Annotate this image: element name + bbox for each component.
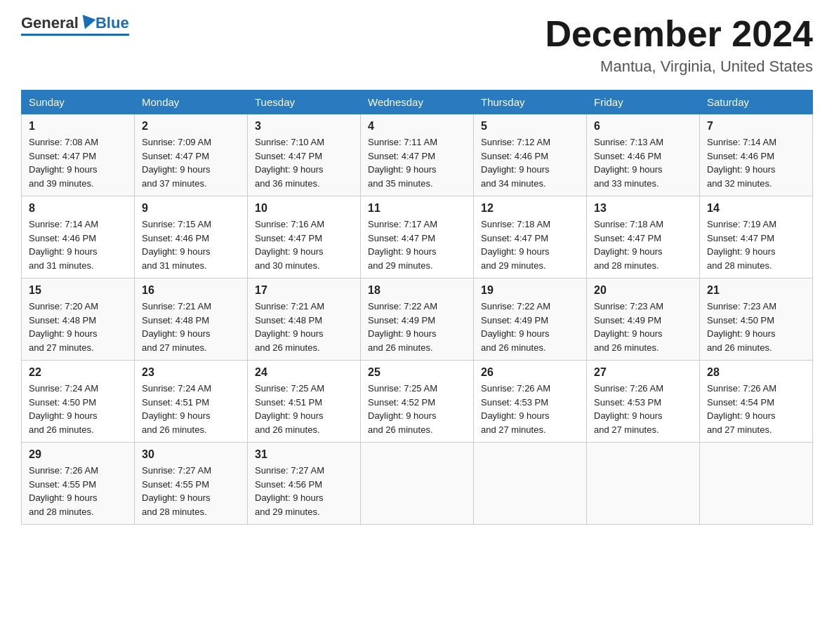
weekday-header-monday: Monday xyxy=(135,90,248,114)
weekday-header-row: SundayMondayTuesdayWednesdayThursdayFrid… xyxy=(22,90,813,114)
day-info: Sunrise: 7:26 AM Sunset: 4:53 PM Dayligh… xyxy=(481,382,579,436)
day-info: Sunrise: 7:23 AM Sunset: 4:50 PM Dayligh… xyxy=(707,300,805,354)
day-number: 12 xyxy=(481,202,579,215)
day-cell: 29 Sunrise: 7:26 AM Sunset: 4:55 PM Dayl… xyxy=(22,443,135,525)
day-cell: 14 Sunrise: 7:19 AM Sunset: 4:47 PM Dayl… xyxy=(700,196,813,279)
day-cell: 25 Sunrise: 7:25 AM Sunset: 4:52 PM Dayl… xyxy=(361,361,474,443)
day-cell: 28 Sunrise: 7:26 AM Sunset: 4:54 PM Dayl… xyxy=(700,361,813,443)
day-number: 26 xyxy=(481,366,579,379)
day-cell: 15 Sunrise: 7:20 AM Sunset: 4:48 PM Dayl… xyxy=(22,279,135,361)
day-cell: 22 Sunrise: 7:24 AM Sunset: 4:50 PM Dayl… xyxy=(22,361,135,443)
logo-general-text: General xyxy=(21,14,79,32)
day-cell: 2 Sunrise: 7:09 AM Sunset: 4:47 PM Dayli… xyxy=(135,114,248,196)
day-cell: 8 Sunrise: 7:14 AM Sunset: 4:46 PM Dayli… xyxy=(22,196,135,279)
day-number: 31 xyxy=(255,448,353,461)
day-info: Sunrise: 7:22 AM Sunset: 4:49 PM Dayligh… xyxy=(481,300,579,354)
day-info: Sunrise: 7:24 AM Sunset: 4:51 PM Dayligh… xyxy=(142,382,240,436)
weekday-header-friday: Friday xyxy=(587,90,700,114)
day-cell: 20 Sunrise: 7:23 AM Sunset: 4:49 PM Dayl… xyxy=(587,279,700,361)
day-info: Sunrise: 7:15 AM Sunset: 4:46 PM Dayligh… xyxy=(142,217,240,272)
day-info: Sunrise: 7:25 AM Sunset: 4:52 PM Dayligh… xyxy=(368,382,466,436)
day-info: Sunrise: 7:22 AM Sunset: 4:49 PM Dayligh… xyxy=(368,300,466,354)
day-cell: 21 Sunrise: 7:23 AM Sunset: 4:50 PM Dayl… xyxy=(700,279,813,361)
weekday-header-tuesday: Tuesday xyxy=(248,90,361,114)
month-title: December 2024 xyxy=(545,14,813,54)
day-info: Sunrise: 7:18 AM Sunset: 4:47 PM Dayligh… xyxy=(594,217,692,272)
logo-underline xyxy=(21,34,129,36)
day-info: Sunrise: 7:17 AM Sunset: 4:47 PM Dayligh… xyxy=(368,217,466,272)
weekday-header-wednesday: Wednesday xyxy=(361,90,474,114)
day-cell: 17 Sunrise: 7:21 AM Sunset: 4:48 PM Dayl… xyxy=(248,279,361,361)
day-number: 8 xyxy=(29,202,127,215)
day-info: Sunrise: 7:19 AM Sunset: 4:47 PM Dayligh… xyxy=(707,217,805,272)
day-number: 14 xyxy=(707,202,805,215)
day-number: 20 xyxy=(594,284,692,297)
logo-triangle-icon xyxy=(78,15,95,32)
day-number: 30 xyxy=(142,448,240,461)
day-number: 2 xyxy=(142,120,240,133)
day-cell: 13 Sunrise: 7:18 AM Sunset: 4:47 PM Dayl… xyxy=(587,196,700,279)
day-info: Sunrise: 7:26 AM Sunset: 4:53 PM Dayligh… xyxy=(594,382,692,436)
day-number: 7 xyxy=(707,120,805,133)
day-cell xyxy=(361,443,474,525)
day-number: 28 xyxy=(707,366,805,379)
day-cell xyxy=(587,443,700,525)
day-number: 19 xyxy=(481,284,579,297)
day-cell: 9 Sunrise: 7:15 AM Sunset: 4:46 PM Dayli… xyxy=(135,196,248,279)
week-row-2: 8 Sunrise: 7:14 AM Sunset: 4:46 PM Dayli… xyxy=(22,196,813,279)
day-cell: 10 Sunrise: 7:16 AM Sunset: 4:47 PM Dayl… xyxy=(248,196,361,279)
day-info: Sunrise: 7:27 AM Sunset: 4:55 PM Dayligh… xyxy=(142,464,240,518)
day-number: 5 xyxy=(481,120,579,133)
day-info: Sunrise: 7:26 AM Sunset: 4:55 PM Dayligh… xyxy=(29,464,127,518)
week-row-5: 29 Sunrise: 7:26 AM Sunset: 4:55 PM Dayl… xyxy=(22,443,813,525)
day-cell xyxy=(474,443,587,525)
day-number: 4 xyxy=(368,120,466,133)
day-number: 23 xyxy=(142,366,240,379)
week-row-1: 1 Sunrise: 7:08 AM Sunset: 4:47 PM Dayli… xyxy=(22,114,813,196)
day-number: 1 xyxy=(29,120,127,133)
calendar-table: SundayMondayTuesdayWednesdayThursdayFrid… xyxy=(21,90,813,525)
day-info: Sunrise: 7:18 AM Sunset: 4:47 PM Dayligh… xyxy=(481,217,579,272)
day-cell: 31 Sunrise: 7:27 AM Sunset: 4:56 PM Dayl… xyxy=(248,443,361,525)
day-info: Sunrise: 7:27 AM Sunset: 4:56 PM Dayligh… xyxy=(255,464,353,518)
day-cell: 5 Sunrise: 7:12 AM Sunset: 4:46 PM Dayli… xyxy=(474,114,587,196)
weekday-header-sunday: Sunday xyxy=(22,90,135,114)
day-info: Sunrise: 7:16 AM Sunset: 4:47 PM Dayligh… xyxy=(255,217,353,272)
day-info: Sunrise: 7:23 AM Sunset: 4:49 PM Dayligh… xyxy=(594,300,692,354)
day-info: Sunrise: 7:21 AM Sunset: 4:48 PM Dayligh… xyxy=(255,300,353,354)
day-cell: 27 Sunrise: 7:26 AM Sunset: 4:53 PM Dayl… xyxy=(587,361,700,443)
logo: General Blue xyxy=(21,14,129,36)
day-cell: 18 Sunrise: 7:22 AM Sunset: 4:49 PM Dayl… xyxy=(361,279,474,361)
weekday-header-saturday: Saturday xyxy=(700,90,813,114)
day-number: 10 xyxy=(255,202,353,215)
day-info: Sunrise: 7:11 AM Sunset: 4:47 PM Dayligh… xyxy=(368,135,466,190)
day-info: Sunrise: 7:13 AM Sunset: 4:46 PM Dayligh… xyxy=(594,135,692,190)
day-number: 17 xyxy=(255,284,353,297)
day-info: Sunrise: 7:08 AM Sunset: 4:47 PM Dayligh… xyxy=(29,135,127,190)
day-cell xyxy=(700,443,813,525)
day-number: 24 xyxy=(255,366,353,379)
title-area: December 2024 Mantua, Virginia, United S… xyxy=(545,14,813,76)
day-info: Sunrise: 7:14 AM Sunset: 4:46 PM Dayligh… xyxy=(707,135,805,190)
day-number: 18 xyxy=(368,284,466,297)
day-number: 3 xyxy=(255,120,353,133)
day-cell: 11 Sunrise: 7:17 AM Sunset: 4:47 PM Dayl… xyxy=(361,196,474,279)
day-info: Sunrise: 7:25 AM Sunset: 4:51 PM Dayligh… xyxy=(255,382,353,436)
day-cell: 19 Sunrise: 7:22 AM Sunset: 4:49 PM Dayl… xyxy=(474,279,587,361)
day-cell: 4 Sunrise: 7:11 AM Sunset: 4:47 PM Dayli… xyxy=(361,114,474,196)
day-cell: 30 Sunrise: 7:27 AM Sunset: 4:55 PM Dayl… xyxy=(135,443,248,525)
day-number: 29 xyxy=(29,448,127,461)
day-cell: 6 Sunrise: 7:13 AM Sunset: 4:46 PM Dayli… xyxy=(587,114,700,196)
day-number: 15 xyxy=(29,284,127,297)
day-number: 6 xyxy=(594,120,692,133)
day-cell: 16 Sunrise: 7:21 AM Sunset: 4:48 PM Dayl… xyxy=(135,279,248,361)
day-number: 21 xyxy=(707,284,805,297)
logo-blue-text: Blue xyxy=(95,14,129,32)
day-cell: 3 Sunrise: 7:10 AM Sunset: 4:47 PM Dayli… xyxy=(248,114,361,196)
day-number: 27 xyxy=(594,366,692,379)
day-info: Sunrise: 7:14 AM Sunset: 4:46 PM Dayligh… xyxy=(29,217,127,272)
day-info: Sunrise: 7:10 AM Sunset: 4:47 PM Dayligh… xyxy=(255,135,353,190)
day-number: 22 xyxy=(29,366,127,379)
location-title: Mantua, Virginia, United States xyxy=(545,58,813,76)
day-cell: 26 Sunrise: 7:26 AM Sunset: 4:53 PM Dayl… xyxy=(474,361,587,443)
